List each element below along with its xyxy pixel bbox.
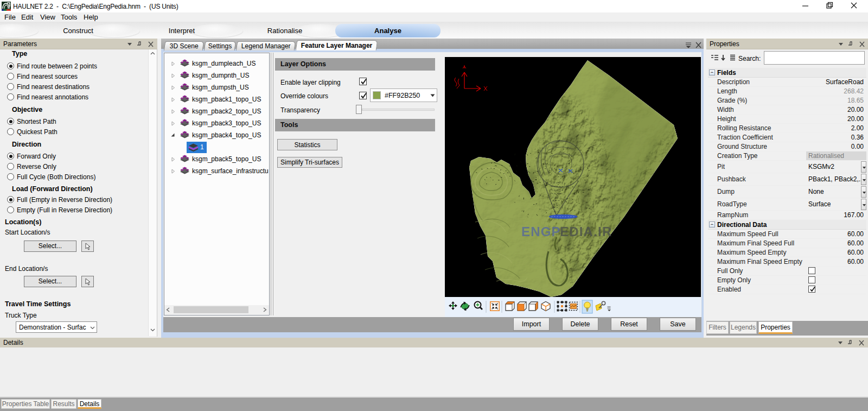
svg-text:ENGP: ENGP — [521, 224, 561, 239]
svg-text:EDIA.IR: EDIA.IR — [560, 224, 612, 239]
